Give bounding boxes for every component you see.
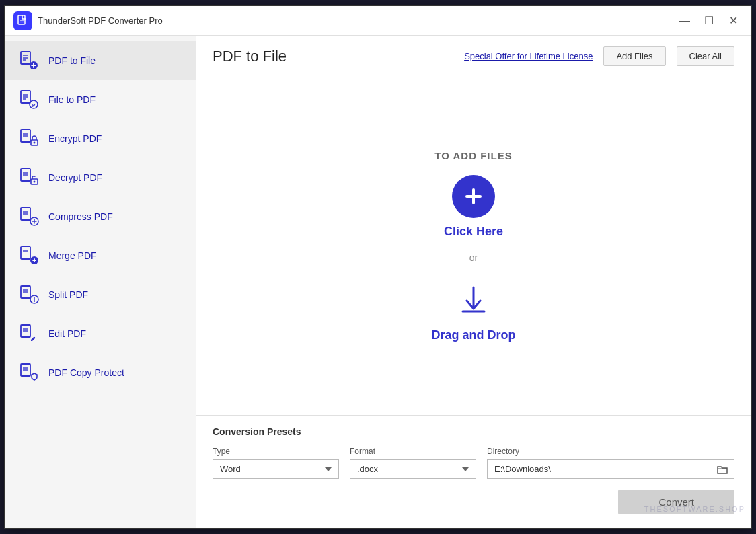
app-window: ThunderSoft PDF Converter Pro — ☐ ✕ PDF … bbox=[4, 5, 752, 529]
format-label: Format bbox=[350, 447, 476, 456]
sidebar-item-file-to-pdf[interactable]: P File to PDF bbox=[5, 80, 196, 119]
sidebar-item-pdf-to-file[interactable]: PDF to File bbox=[5, 41, 196, 80]
click-here-label[interactable]: Click Here bbox=[444, 225, 503, 239]
convert-button[interactable]: Convert bbox=[618, 490, 734, 514]
merge-pdf-icon bbox=[19, 245, 39, 266]
upload-area: TO ADD FILES Click Here or bbox=[196, 77, 751, 415]
sidebar-item-compress-pdf[interactable]: Compress PDF bbox=[5, 197, 196, 236]
folder-icon bbox=[716, 463, 728, 475]
bottom-panel: Conversion Presets Type Word Excel Power… bbox=[196, 415, 751, 528]
svg-point-23 bbox=[34, 181, 36, 183]
drag-and-drop-label[interactable]: Drag and Drop bbox=[431, 328, 515, 342]
directory-browse-button[interactable] bbox=[710, 460, 734, 478]
sidebar-item-label-decrypt-pdf: Decrypt PDF bbox=[48, 172, 102, 183]
sidebar-item-decrypt-pdf[interactable]: Decrypt PDF bbox=[5, 158, 196, 197]
file-to-pdf-icon: P bbox=[19, 89, 39, 110]
sidebar-item-label-compress-pdf: Compress PDF bbox=[48, 211, 113, 222]
page-title: PDF to File bbox=[213, 48, 453, 65]
svg-rect-28 bbox=[21, 247, 30, 259]
maximize-button[interactable]: ☐ bbox=[700, 11, 718, 30]
special-offer-link[interactable]: Special Offer for Lifetime License bbox=[464, 51, 593, 61]
sidebar-item-label-split-pdf: Split PDF bbox=[48, 289, 88, 300]
type-select[interactable]: Word Excel PowerPoint Image Text HTML bbox=[213, 459, 339, 479]
title-bar: ThunderSoft PDF Converter Pro — ☐ ✕ bbox=[5, 6, 751, 36]
add-files-button[interactable]: Add Files bbox=[603, 46, 665, 66]
sidebar-item-label-edit-pdf: Edit PDF bbox=[48, 328, 86, 339]
svg-point-18 bbox=[34, 142, 36, 144]
svg-text:P: P bbox=[32, 103, 36, 108]
sidebar-item-label-pdf-copy-protect: PDF Copy Protect bbox=[48, 367, 124, 378]
sidebar-item-merge-pdf[interactable]: Merge PDF bbox=[5, 236, 196, 275]
pdf-copy-protect-icon bbox=[19, 363, 39, 383]
pdf-to-file-icon bbox=[19, 50, 39, 71]
app-title: ThunderSoft PDF Converter Pro bbox=[38, 15, 675, 26]
type-label: Type bbox=[213, 447, 339, 456]
plus-icon bbox=[461, 184, 486, 208]
or-divider: or bbox=[302, 252, 645, 263]
directory-input-row bbox=[487, 459, 734, 479]
edit-pdf-icon bbox=[19, 323, 39, 344]
convert-row: Convert bbox=[213, 490, 734, 514]
sidebar-item-label-file-to-pdf: File to PDF bbox=[48, 94, 96, 105]
click-here-button[interactable] bbox=[452, 175, 495, 218]
decrypt-pdf-icon bbox=[19, 167, 39, 188]
type-group: Type Word Excel PowerPoint Image Text HT… bbox=[213, 447, 339, 479]
close-button[interactable]: ✕ bbox=[724, 11, 743, 30]
sidebar-item-split-pdf[interactable]: Split PDF bbox=[5, 275, 196, 314]
split-pdf-icon bbox=[19, 284, 39, 305]
app-logo bbox=[13, 11, 32, 30]
directory-group: Directory bbox=[487, 447, 734, 479]
content-header: PDF to File Special Offer for Lifetime L… bbox=[196, 36, 751, 77]
window-controls: — ☐ ✕ bbox=[675, 11, 743, 30]
directory-input[interactable] bbox=[488, 460, 710, 478]
or-line-right bbox=[487, 258, 645, 258]
main-area: PDF to File P File to PDF bbox=[5, 36, 751, 528]
encrypt-pdf-icon bbox=[19, 128, 39, 149]
or-line-left bbox=[302, 258, 460, 258]
drag-drop-icon bbox=[457, 283, 490, 321]
presets-row: Type Word Excel PowerPoint Image Text HT… bbox=[213, 447, 734, 479]
directory-label: Directory bbox=[487, 447, 734, 456]
sidebar: PDF to File P File to PDF bbox=[5, 36, 196, 528]
sidebar-item-label-pdf-to-file: PDF to File bbox=[48, 55, 96, 66]
to-add-files-label: TO ADD FILES bbox=[434, 150, 512, 161]
sidebar-item-label-merge-pdf: Merge PDF bbox=[48, 250, 97, 261]
format-group: Format .docx .doc .rtf .txt bbox=[350, 447, 476, 479]
conversion-presets-title: Conversion Presets bbox=[213, 426, 734, 437]
content-area: PDF to File Special Offer for Lifetime L… bbox=[196, 36, 751, 528]
clear-all-button[interactable]: Clear All bbox=[677, 46, 734, 66]
sidebar-item-encrypt-pdf[interactable]: Encrypt PDF bbox=[5, 119, 196, 158]
sidebar-item-label-encrypt-pdf: Encrypt PDF bbox=[48, 133, 102, 144]
minimize-button[interactable]: — bbox=[675, 11, 694, 30]
sidebar-item-pdf-copy-protect[interactable]: PDF Copy Protect bbox=[5, 353, 196, 392]
compress-pdf-icon bbox=[19, 206, 39, 227]
or-text: or bbox=[469, 252, 478, 263]
format-select[interactable]: .docx .doc .rtf .txt bbox=[350, 459, 476, 479]
sidebar-item-edit-pdf[interactable]: Edit PDF bbox=[5, 314, 196, 353]
